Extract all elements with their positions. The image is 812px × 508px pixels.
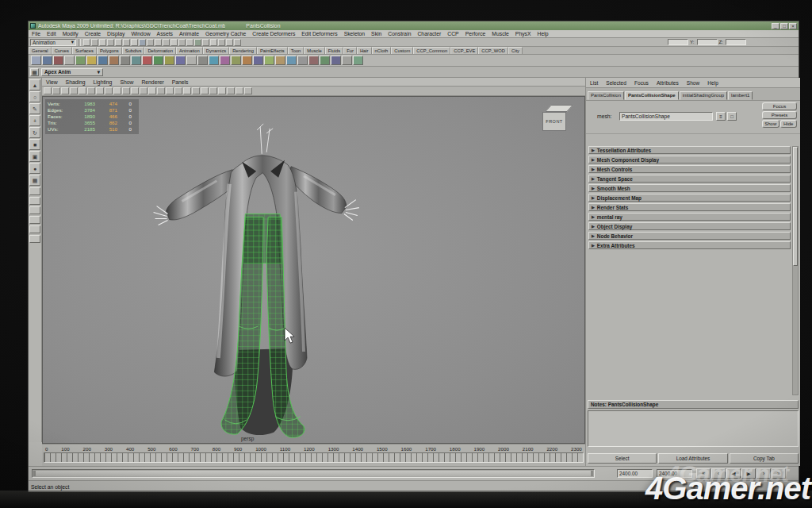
3d-viewport[interactable]: Verts: 1983 474 0 Edges: 3784 871 0 Face… <box>42 96 585 444</box>
attribute-section-header[interactable]: ▶ Tessellation Attributes <box>588 146 791 154</box>
shelf-icon[interactable] <box>242 56 252 65</box>
mesh-name-input[interactable]: PantsCollisionShape <box>619 112 713 121</box>
viewport-toolbar-icon[interactable] <box>96 87 104 94</box>
range-slider-track[interactable] <box>32 469 595 478</box>
attribute-editor-tab[interactable]: lambert1 <box>728 91 753 100</box>
status-icon[interactable] <box>218 39 225 46</box>
viewport-toolbar-icon[interactable] <box>192 87 200 94</box>
viewport-toolbar-icon[interactable] <box>166 87 174 94</box>
shelf-icon[interactable] <box>75 56 86 65</box>
attribute-editor-scrollbar[interactable] <box>792 146 799 395</box>
status-icon[interactable] <box>91 39 98 46</box>
viewport-toolbar-icon[interactable] <box>209 87 217 94</box>
viewport-menu-item[interactable]: Renderer <box>137 79 167 85</box>
toolbox-tool-icon[interactable]: ● <box>29 163 40 174</box>
shelf-tab[interactable]: Curves <box>52 47 72 54</box>
coordinate-input[interactable] <box>668 39 688 45</box>
shelf-tab[interactable]: PaintEffects <box>257 47 288 54</box>
status-icon[interactable] <box>131 39 138 46</box>
shelf-icon[interactable] <box>153 56 163 65</box>
shelf-tab[interactable]: Dynamics <box>203 47 229 54</box>
attribute-editor-menu-item[interactable]: Show <box>683 80 704 86</box>
time-slider[interactable]: 0100200300400500600700800900100011001200… <box>42 444 585 466</box>
viewport-toolbar-icon[interactable] <box>227 87 235 94</box>
menu-item[interactable]: File <box>29 31 44 37</box>
status-icon[interactable] <box>123 39 130 46</box>
viewport-toolbar-icon[interactable] <box>122 87 130 94</box>
layout-shortcut-button[interactable] <box>29 206 40 214</box>
shelf-tab[interactable]: Subdivs <box>122 47 145 54</box>
viewport-toolbar-icon[interactable] <box>70 87 78 94</box>
status-icon[interactable] <box>83 39 90 46</box>
range-slider-thumb[interactable] <box>33 471 593 476</box>
shelf-icon[interactable] <box>353 56 363 65</box>
attribute-section-header[interactable]: ▶ Render Stats <box>588 203 791 211</box>
shelf-icon[interactable] <box>131 56 141 65</box>
shelf-tab[interactable]: CCP_WOD <box>478 47 508 54</box>
status-icon[interactable] <box>99 39 106 46</box>
status-icon[interactable] <box>210 39 217 46</box>
viewport-menu-item[interactable]: Show <box>116 79 137 85</box>
viewport-menu-item[interactable]: View <box>42 79 62 85</box>
shelf-icon[interactable] <box>342 56 352 65</box>
list-history-icon[interactable]: ≡ <box>716 112 726 121</box>
status-icon[interactable] <box>170 39 178 46</box>
viewport-toolbar-icon[interactable] <box>87 87 95 94</box>
menu-set-dropdown[interactable]: Animation ▾ <box>30 39 76 46</box>
presets-button[interactable]: Presets <box>762 111 797 119</box>
attribute-editor-menu-item[interactable]: Help <box>703 80 722 86</box>
toolbox-tool-icon[interactable]: ▲ <box>29 79 40 90</box>
viewport-menu-item[interactable]: Shading <box>62 79 90 85</box>
toolbox-tool-icon[interactable]: ▦ <box>29 175 40 186</box>
view-cube-top-face[interactable] <box>545 105 573 112</box>
layout-grid-icon[interactable]: ▦ <box>30 68 39 76</box>
toolbox-tool-icon[interactable]: ○ <box>29 91 40 102</box>
status-icon[interactable] <box>139 39 146 46</box>
shelf-icon[interactable] <box>42 56 52 65</box>
attribute-section-header[interactable]: ▶ Tangent Space <box>588 175 791 183</box>
shelf-icon[interactable] <box>197 56 208 65</box>
status-icon[interactable] <box>147 39 154 46</box>
shelf-icon[interactable] <box>286 56 297 65</box>
shelf-tab[interactable]: Rendering <box>229 47 257 54</box>
viewport-toolbar-icon[interactable] <box>236 87 243 94</box>
menu-item[interactable]: Edit Deformers <box>298 31 340 37</box>
viewport-toolbar-icon[interactable] <box>44 87 52 94</box>
viewport-toolbar-icon[interactable] <box>52 87 60 94</box>
status-icon[interactable] <box>107 39 114 46</box>
titlebar[interactable]: Autodesk Maya 2009 Unlimited: R:\Graphic… <box>29 21 799 30</box>
menu-item[interactable]: Create Deformers <box>249 31 298 37</box>
shelf-icon[interactable] <box>86 56 97 65</box>
shelf-icon[interactable] <box>331 56 341 65</box>
shelf-icon[interactable] <box>98 56 108 65</box>
attribute-editor-menu-item[interactable]: Attributes <box>653 80 683 86</box>
toolbox-tool-icon[interactable]: ▣ <box>29 151 40 162</box>
shelf-tab[interactable]: Fluids <box>325 47 343 54</box>
shelf-tab[interactable]: Deformation <box>144 47 176 54</box>
focus-button[interactable]: Focus <box>762 102 797 110</box>
trenchcoat-scene[interactable] <box>43 97 584 444</box>
notes-text-area[interactable] <box>588 410 799 447</box>
minimize-button[interactable]: _ <box>772 23 779 29</box>
layout-shortcut-button[interactable] <box>29 187 40 195</box>
maximize-button[interactable]: □ <box>780 23 788 29</box>
layout-shortcut-button[interactable] <box>29 216 40 224</box>
shelf-tab[interactable]: General <box>29 47 52 54</box>
viewport-toolbar-icon[interactable] <box>201 87 209 94</box>
menu-item[interactable]: Character <box>414 31 444 37</box>
shelf-icon[interactable] <box>308 56 319 65</box>
viewport-menu-item[interactable]: Lighting <box>90 79 117 85</box>
attribute-section-header[interactable]: ▶ Mesh Controls <box>588 165 791 173</box>
shelf-icon[interactable] <box>297 56 308 65</box>
coordinate-input[interactable] <box>697 39 718 45</box>
shelf-icon[interactable] <box>31 56 41 65</box>
shelf-tab[interactable]: Fur <box>343 47 357 54</box>
shelf-tab[interactable]: Animation <box>176 47 203 54</box>
shelf-icon[interactable] <box>186 56 197 65</box>
attribute-section-header[interactable]: ▶ Displacement Map <box>588 194 791 202</box>
viewport-toolbar-icon[interactable] <box>61 87 69 94</box>
viewport-toolbar-icon[interactable] <box>218 87 226 94</box>
shelf-tab[interactable]: Toon <box>288 47 304 54</box>
toolbox-tool-icon[interactable]: ↻ <box>29 127 40 138</box>
viewport-toolbar-icon[interactable] <box>183 87 191 94</box>
